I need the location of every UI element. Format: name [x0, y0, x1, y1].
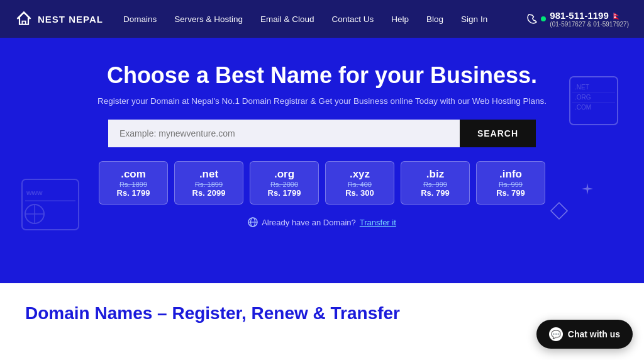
- domain-card-org[interactable]: .org Rs. 2000 Rs. 1799: [250, 161, 319, 205]
- flag-icon: 🇳🇵: [611, 11, 622, 21]
- domain-old-info: Rs. 999: [491, 181, 531, 188]
- domain-new-info: Rs. 799: [491, 188, 531, 198]
- status-dot: [541, 16, 546, 21]
- chat-icon-symbol: 💬: [551, 330, 561, 339]
- domain-ext-org: .org: [264, 168, 304, 181]
- domain-ext-biz: .biz: [415, 168, 455, 181]
- bottom-heading-black: Domain Names – Register,: [25, 303, 247, 323]
- svg-rect-10: [572, 92, 615, 93]
- logo-icon: [15, 10, 33, 28]
- nav-right: 981-511-1199 🇳🇵 (01-5917627 & 01-5917927…: [527, 10, 629, 28]
- hero-subheading: Register your Domain at Nepal's No.1 Dom…: [15, 96, 629, 106]
- domain-card-com[interactable]: .com Rs. 1899 Rs. 1799: [99, 161, 168, 205]
- hero-heading: Choose a Best Name for your Business.: [15, 62, 629, 89]
- domain-card-xyz[interactable]: .xyz Rs. 400 Rs. 300: [325, 161, 394, 205]
- domain-old-xyz: Rs. 400: [340, 181, 380, 188]
- phone-info: 981-511-1199 🇳🇵 (01-5917627 & 01-5917927…: [550, 10, 629, 28]
- domain-old-com: Rs. 1899: [113, 181, 153, 188]
- nav-links: Domains Servers & Hosting Email & Cloud …: [123, 14, 527, 24]
- domain-grid: .com Rs. 1899 Rs. 1799 .net Rs. 1899 Rs.…: [15, 161, 629, 205]
- hero-section: www .NET .ORG .COM Choose a Best Name fo…: [0, 38, 644, 283]
- chat-button[interactable]: 💬 Chat with us: [536, 320, 633, 349]
- nav-blog[interactable]: Blog: [426, 14, 443, 24]
- domain-new-com: Rs. 1799: [113, 188, 153, 198]
- search-button[interactable]: SEARCH: [460, 120, 536, 147]
- domain-ext-info: .info: [491, 168, 531, 181]
- phone-number: 981-511-1199 🇳🇵: [550, 10, 629, 21]
- transfer-text: Already have an Domain?: [262, 218, 356, 227]
- phone-sub: (01-5917627 & 01-5917927): [550, 21, 629, 28]
- domain-ext-xyz: .xyz: [340, 168, 380, 181]
- nav-email[interactable]: Email & Cloud: [260, 14, 314, 24]
- chat-bubble-icon: 💬: [549, 327, 563, 341]
- nav-contact[interactable]: Contact Us: [332, 14, 374, 24]
- domain-new-net: Rs. 2099: [189, 188, 229, 198]
- nav-servers[interactable]: Servers & Hosting: [174, 14, 243, 24]
- navbar: NEST NEPAL Domains Servers & Hosting Ema…: [0, 0, 644, 38]
- nav-help[interactable]: Help: [391, 14, 409, 24]
- logo-text: NEST NEPAL: [38, 14, 103, 25]
- domain-new-xyz: Rs. 300: [340, 188, 380, 198]
- domain-old-org: Rs. 2000: [264, 181, 304, 188]
- transfer-row: Already have an Domain? Transfer it: [15, 217, 629, 227]
- domain-new-org: Rs. 1799: [264, 188, 304, 198]
- domain-ext-com: .com: [113, 168, 153, 181]
- domain-card-info[interactable]: .info Rs. 999 Rs. 799: [476, 161, 545, 205]
- globe-icon: [248, 217, 258, 227]
- domain-search-input[interactable]: [108, 120, 460, 147]
- transfer-link[interactable]: Transfer it: [360, 218, 396, 227]
- search-bar: SEARCH: [108, 120, 536, 147]
- domain-ext-net: .net: [189, 168, 229, 181]
- domain-card-biz[interactable]: .biz Rs. 999 Rs. 799: [401, 161, 470, 205]
- phone-block: 981-511-1199 🇳🇵 (01-5917627 & 01-5917927…: [527, 10, 629, 28]
- domain-new-biz: Rs. 799: [415, 188, 455, 198]
- domain-old-net: Rs. 1899: [189, 181, 229, 188]
- bottom-heading: Domain Names – Register, Renew & Transfe…: [25, 303, 400, 323]
- domain-card-net[interactable]: .net Rs. 1899 Rs. 2099: [174, 161, 243, 205]
- phone-icon: [527, 14, 537, 24]
- chat-label: Chat with us: [568, 329, 620, 339]
- nav-domains[interactable]: Domains: [123, 14, 157, 24]
- logo[interactable]: NEST NEPAL: [15, 10, 103, 28]
- domain-old-biz: Rs. 999: [415, 181, 455, 188]
- nav-signin[interactable]: Sign In: [461, 14, 487, 24]
- bottom-heading-blue: Renew & Transfer: [247, 303, 400, 323]
